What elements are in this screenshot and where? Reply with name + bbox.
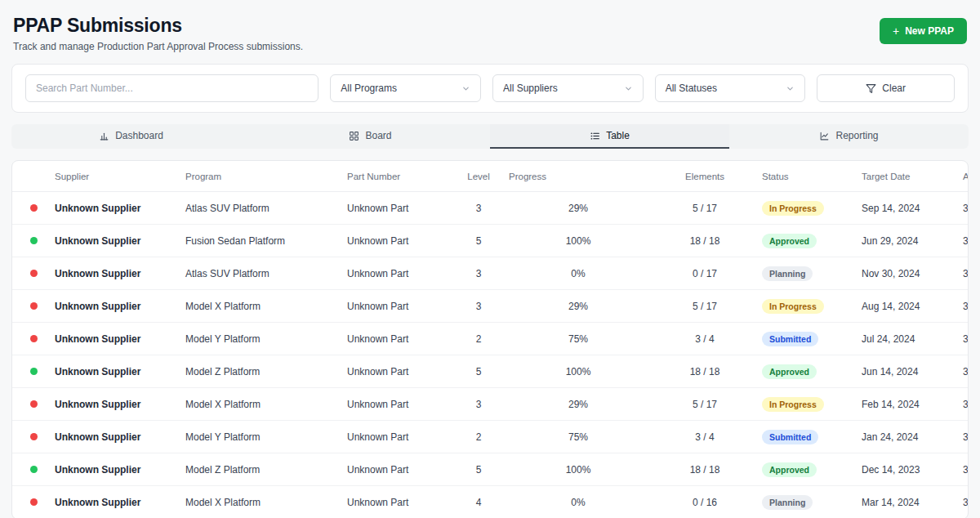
cell-elements: 5 / 17 (653, 203, 757, 214)
table-list-icon (590, 131, 600, 141)
cell-aging: 3d (958, 235, 969, 247)
new-ppap-button-label: New PPAP (905, 25, 954, 37)
bar-chart-icon (99, 131, 109, 141)
table-body: Unknown SupplierAtlas SUV PlatformUnknow… (12, 192, 968, 518)
cell-target-date: Jul 24, 2024 (857, 333, 958, 345)
status-dot-icon (30, 400, 38, 408)
cell-status: In Progress (757, 397, 857, 412)
header-target-date: Target Date (857, 172, 958, 181)
cell-level: 5 (453, 366, 504, 377)
cell-status: Submitted (757, 430, 857, 444)
plus-icon: + (893, 25, 899, 37)
table-row[interactable]: Unknown SupplierModel Z PlatformUnknown … (12, 355, 968, 388)
cell-elements: 0 / 16 (653, 497, 757, 508)
status-badge: In Progress (762, 299, 824, 314)
table-header-row: Supplier Program Part Number Level Progr… (12, 161, 968, 192)
chevron-down-icon (461, 84, 470, 93)
status-dot-icon (30, 302, 38, 310)
status-dot (12, 235, 50, 247)
cell-target-date: Jan 24, 2024 (857, 431, 958, 443)
cell-part-number: Unknown Part (342, 301, 453, 312)
board-grid-icon (349, 131, 359, 141)
cell-program: Model Y Platform (180, 333, 342, 345)
header-progress: Progress (504, 172, 653, 181)
table-row[interactable]: Unknown SupplierAtlas SUV PlatformUnknow… (12, 257, 968, 290)
table-row[interactable]: Unknown SupplierModel Y PlatformUnknown … (12, 421, 968, 453)
clear-filters-label: Clear (882, 83, 906, 94)
cell-target-date: Aug 14, 2024 (857, 301, 958, 312)
cell-status: Submitted (757, 332, 857, 346)
status-badge: In Progress (762, 201, 824, 216)
cell-aging: 3d (958, 203, 969, 214)
status-badge: Submitted (762, 332, 818, 346)
filter-funnel-icon (866, 83, 876, 94)
table-row[interactable]: Unknown SupplierModel X PlatformUnknown … (12, 388, 968, 421)
table-row[interactable]: Unknown SupplierModel Y PlatformUnknown … (12, 323, 968, 355)
cell-progress: 0% (504, 497, 653, 508)
cell-program: Model Z Platform (180, 464, 342, 476)
tab-table[interactable]: Table (490, 124, 729, 149)
table-row[interactable]: Unknown SupplierModel X PlatformUnknown … (12, 486, 968, 518)
cell-target-date: Jun 14, 2024 (857, 366, 958, 377)
status-dot-icon (30, 335, 38, 342)
page-title: PPAP Submissions (13, 15, 303, 37)
cell-level: 3 (453, 268, 504, 279)
status-dot-icon (30, 237, 38, 244)
submissions-table: Supplier Program Part Number Level Progr… (11, 160, 969, 518)
cell-program: Atlas SUV Platform (180, 203, 342, 214)
cell-supplier: Unknown Supplier (50, 431, 180, 443)
cell-elements: 5 / 17 (653, 301, 757, 312)
tab-dashboard[interactable]: Dashboard (11, 124, 251, 149)
filters-bar: All Programs All Suppliers All Statuses … (11, 64, 969, 113)
cell-supplier: Unknown Supplier (50, 203, 180, 214)
status-dot-icon (30, 433, 38, 440)
status-dot (12, 301, 50, 312)
cell-level: 3 (453, 399, 504, 410)
cell-progress: 0% (504, 268, 653, 279)
table-row[interactable]: Unknown SupplierAtlas SUV PlatformUnknow… (12, 192, 968, 225)
cell-aging: 3d (958, 333, 969, 345)
cell-status: Planning (757, 266, 857, 281)
tab-board[interactable]: Board (251, 124, 490, 149)
header-status: Status (757, 172, 857, 181)
page: PPAP Submissions Track and manage Produc… (0, 0, 980, 518)
programs-select[interactable]: All Programs (330, 74, 481, 102)
search-input[interactable] (25, 74, 318, 102)
statuses-select[interactable]: All Statuses (655, 74, 806, 102)
table-row[interactable]: Unknown SupplierModel X PlatformUnknown … (12, 290, 968, 323)
tab-dashboard-label: Dashboard (115, 130, 163, 141)
cell-level: 4 (453, 497, 504, 508)
cell-supplier: Unknown Supplier (50, 235, 180, 247)
page-header: PPAP Submissions Track and manage Produc… (11, 11, 969, 64)
cell-progress: 29% (504, 301, 653, 312)
cell-progress: 100% (504, 366, 653, 377)
table-row[interactable]: Unknown SupplierModel Z PlatformUnknown … (12, 453, 968, 486)
table-row[interactable]: Unknown SupplierFusion Sedan PlatformUnk… (12, 225, 968, 257)
header-program: Program (180, 172, 342, 181)
page-header-text: PPAP Submissions Track and manage Produc… (13, 15, 303, 52)
status-dot-icon (30, 368, 38, 375)
suppliers-select[interactable]: All Suppliers (492, 74, 644, 102)
cell-part-number: Unknown Part (342, 497, 453, 508)
new-ppap-button[interactable]: + New PPAP (880, 18, 967, 44)
status-badge: Approved (762, 462, 817, 477)
cell-target-date: Feb 14, 2024 (857, 399, 958, 410)
cell-status: Approved (757, 234, 857, 248)
cell-elements: 3 / 4 (653, 333, 757, 345)
cell-supplier: Unknown Supplier (50, 366, 180, 377)
clear-filters-button[interactable]: Clear (817, 74, 955, 102)
tab-board-label: Board (365, 130, 391, 141)
cell-level: 2 (453, 431, 504, 443)
cell-aging: 3d (958, 366, 969, 377)
cell-progress: 29% (504, 203, 653, 214)
tab-reporting[interactable]: Reporting (729, 124, 969, 149)
cell-elements: 18 / 18 (653, 366, 757, 377)
reporting-chart-icon (819, 131, 830, 141)
cell-target-date: Sep 14, 2024 (857, 203, 958, 214)
cell-aging: 3d (958, 399, 969, 410)
cell-target-date: Mar 14, 2024 (857, 497, 958, 508)
cell-elements: 0 / 17 (653, 268, 757, 279)
status-badge: Planning (762, 495, 813, 510)
view-tabs: Dashboard Board Table Reporting (11, 124, 969, 149)
status-dot-icon (30, 498, 38, 506)
